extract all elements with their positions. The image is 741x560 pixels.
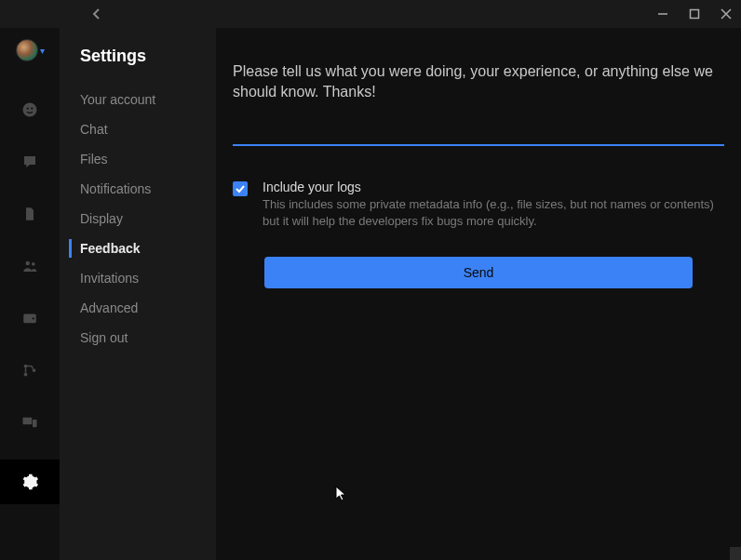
include-logs-row: Include your logs This includes some pri… [233,180,724,229]
main-layout: ▾ Settings Your account Chat [0,28,741,560]
people-icon[interactable] [15,95,45,125]
svg-point-5 [26,261,31,266]
scrollbar[interactable] [730,547,741,560]
svg-rect-1 [691,10,699,19]
nav-item-files[interactable]: Files [60,144,216,174]
maximize-button[interactable] [687,7,702,21]
nav-item-notifications[interactable]: Notifications [60,174,216,204]
svg-rect-13 [33,420,37,427]
feedback-textarea[interactable] [233,61,724,146]
back-button[interactable] [86,3,108,25]
chevron-down-icon: ▾ [40,46,45,56]
content-area: Include your logs This includes some pri… [216,28,741,560]
wallet-icon[interactable] [15,303,45,333]
svg-point-4 [31,107,33,109]
include-logs-text: Include your logs This includes some pri… [263,180,724,229]
chat-icon[interactable] [15,147,45,177]
minimize-button[interactable] [655,7,670,21]
settings-nav-list: Your account Chat Files Notifications Di… [60,85,216,353]
team-icon[interactable] [15,251,45,281]
settings-nav-panel: Settings Your account Chat Files Notific… [60,28,216,560]
svg-point-2 [23,103,37,117]
svg-point-3 [27,107,29,109]
include-logs-description: This includes some private metadata info… [263,196,724,229]
svg-point-8 [33,317,34,319]
nav-item-feedback[interactable]: Feedback [60,233,216,263]
send-button[interactable]: Send [264,257,693,288]
nav-item-your-account[interactable]: Your account [60,85,216,114]
svg-point-6 [32,262,35,266]
settings-icon[interactable] [0,460,60,504]
svg-rect-12 [23,418,33,425]
nav-item-invitations[interactable]: Invitations [60,263,216,293]
include-logs-checkbox[interactable] [233,181,248,196]
account-switcher[interactable]: ▾ [16,39,45,61]
avatar [16,39,38,61]
titlebar [0,0,741,28]
close-button[interactable] [719,7,734,21]
include-logs-label: Include your logs [263,180,724,194]
nav-item-advanced[interactable]: Advanced [60,293,216,323]
nav-item-chat[interactable]: Chat [60,114,216,144]
svg-point-10 [24,373,28,377]
devices-icon[interactable] [15,407,45,437]
folder-icon[interactable] [15,199,45,229]
svg-point-11 [33,368,36,372]
left-rail: ▾ [0,28,60,560]
nav-item-sign-out[interactable]: Sign out [60,323,216,353]
window-controls [655,7,734,21]
page-title: Settings [60,47,216,85]
git-icon[interactable] [15,355,45,385]
svg-point-9 [24,365,28,368]
nav-item-display[interactable]: Display [60,204,216,233]
